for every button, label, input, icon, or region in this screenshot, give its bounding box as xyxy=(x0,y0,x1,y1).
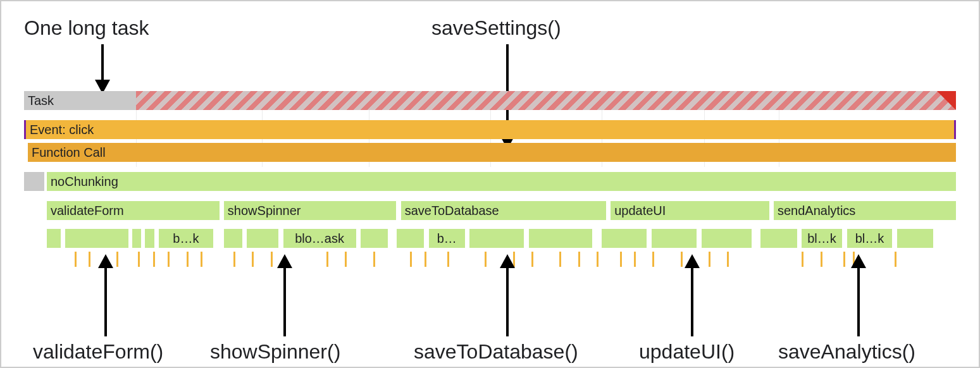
nochunking-pre-gray xyxy=(24,172,44,191)
task-row[interactable]: Task xyxy=(24,91,956,110)
tick-mark xyxy=(578,252,580,267)
subblock[interactable] xyxy=(224,229,242,248)
annotation-showspinner: showSpinner() xyxy=(210,340,340,364)
event-label: Event: click xyxy=(30,123,94,137)
arrow-icon xyxy=(272,254,297,336)
tick-mark xyxy=(513,252,515,267)
tick-mark xyxy=(802,252,803,267)
arrow-icon xyxy=(93,254,118,336)
event-row[interactable]: Event: click xyxy=(24,120,956,139)
fn-label: saveToDatabase xyxy=(405,204,499,218)
tick-mark xyxy=(727,252,729,267)
nochunking-label: noChunking xyxy=(51,175,118,189)
tick-mark xyxy=(252,252,254,267)
tick-mark xyxy=(895,252,896,267)
tick-mark xyxy=(373,252,375,267)
tick-mark xyxy=(821,252,822,267)
svg-marker-7 xyxy=(277,254,292,268)
subblock-row: b…k blo…ask b… bl…k bl…k xyxy=(47,229,956,248)
subblock[interactable]: bl…k xyxy=(802,229,843,248)
subblock[interactable]: b…k xyxy=(159,229,213,248)
tick-mark xyxy=(89,252,90,267)
subblock[interactable] xyxy=(652,229,697,248)
fn-label: showSpinner xyxy=(228,204,301,218)
subblock[interactable] xyxy=(247,229,278,248)
function-call-label: Function Call xyxy=(32,145,106,160)
tick-mark xyxy=(153,252,155,267)
subblock[interactable] xyxy=(702,229,752,248)
nochunking-row[interactable]: noChunking xyxy=(47,172,956,191)
tick-mark xyxy=(233,252,235,267)
subblock[interactable] xyxy=(529,229,593,248)
tick-mark xyxy=(410,252,412,267)
subblock[interactable]: blo…ask xyxy=(283,229,356,248)
arrow-icon xyxy=(846,254,871,336)
tick-mark xyxy=(187,252,189,267)
fn-label: updateUI xyxy=(614,204,666,218)
fn-label: sendAnalytics xyxy=(778,204,855,218)
task-long-segment xyxy=(136,91,956,110)
task-label: Task xyxy=(28,94,54,108)
arrow-icon xyxy=(495,254,520,336)
arrow-icon xyxy=(679,254,705,336)
subblock-label: b…k xyxy=(173,231,199,246)
tick-mark xyxy=(271,252,273,267)
subblock-label: blo…ask xyxy=(295,231,344,246)
subblock[interactable] xyxy=(397,229,424,248)
tick-mark xyxy=(559,252,561,267)
annotation-savetodatabase: saveToDatabase() xyxy=(414,340,578,364)
svg-marker-11 xyxy=(685,254,700,268)
tick-mark xyxy=(853,252,855,267)
tick-mark xyxy=(425,252,426,267)
subblock[interactable] xyxy=(760,229,797,248)
subblock[interactable]: bl…k xyxy=(847,229,893,248)
subblock[interactable] xyxy=(145,229,154,248)
arrow-icon xyxy=(90,44,115,95)
tick-mark xyxy=(634,252,636,267)
tick-mark xyxy=(709,252,710,267)
annotation-validateform: validateForm() xyxy=(33,340,163,364)
fn-validateform[interactable]: validateForm xyxy=(47,201,220,220)
tick-mark xyxy=(75,252,77,267)
tick-mark xyxy=(620,252,622,267)
tick-mark xyxy=(168,252,170,267)
function-call-row[interactable]: Function Call xyxy=(28,143,956,162)
tick-mark xyxy=(597,252,599,267)
subblock[interactable] xyxy=(469,229,524,248)
fn-label: validateForm xyxy=(51,204,124,218)
tick-mark xyxy=(652,252,654,267)
fn-showspinner[interactable]: showSpinner xyxy=(224,201,397,220)
annotation-updateui: updateUI() xyxy=(639,340,735,364)
task-gray-segment: Task xyxy=(24,91,136,110)
subblock[interactable] xyxy=(47,229,61,248)
fn-updateui[interactable]: updateUI xyxy=(611,201,769,220)
subblock-label: bl…k xyxy=(807,231,836,246)
annotation-saveanalytics: saveAnalytics() xyxy=(778,340,915,364)
task-corner-icon xyxy=(937,91,956,110)
subblock[interactable]: b… xyxy=(429,229,465,248)
tick-mark xyxy=(531,252,533,267)
fn-sendanalytics[interactable]: sendAnalytics xyxy=(774,201,956,220)
tick-mark xyxy=(485,252,487,267)
tick-mark xyxy=(843,252,845,267)
subblock[interactable] xyxy=(65,229,129,248)
tick-mark xyxy=(345,252,347,267)
tick-mark xyxy=(138,252,140,267)
subblock[interactable] xyxy=(361,229,388,248)
subblock[interactable] xyxy=(897,229,933,248)
tick-mark xyxy=(116,252,118,267)
subblock-label: bl…k xyxy=(855,231,884,246)
subblock[interactable] xyxy=(602,229,647,248)
tick-mark xyxy=(201,252,202,267)
svg-marker-5 xyxy=(98,254,113,268)
annotation-one-long-task: One long task xyxy=(24,16,149,40)
fn-savetodatabase[interactable]: saveToDatabase xyxy=(401,201,606,220)
tick-mark xyxy=(447,252,449,267)
annotation-save-settings: saveSettings() xyxy=(431,16,561,40)
tick-mark xyxy=(326,252,328,267)
subblock-label: b… xyxy=(437,231,457,246)
subblock[interactable] xyxy=(132,229,141,248)
tick-mark xyxy=(681,252,683,267)
